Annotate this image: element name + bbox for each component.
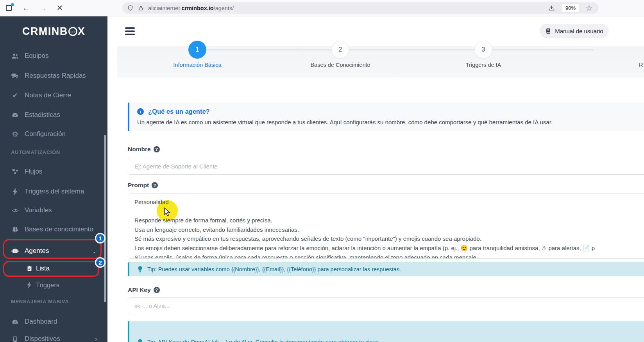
tab-icon[interactable] <box>5 3 15 13</box>
code-icon: </> <box>11 206 19 215</box>
sidebar-item-configuracion[interactable]: ⚙ Configuración <box>0 126 107 142</box>
url-text: aliciainternet.crminbox.io/agents/ <box>148 5 234 11</box>
sidebar-section-automatizacion: AUTOMATIZACIÓN <box>11 149 101 155</box>
zoom-level-badge[interactable]: 90% <box>562 4 579 12</box>
sidebar-item-respuestas-rapidas[interactable]: Respuestas Rapidas <box>0 68 107 84</box>
wizard-step-3-label[interactable]: Triggers de IA <box>436 62 530 68</box>
sidebar-item-dispositivos[interactable]: Dispositivos › <box>0 331 107 342</box>
wizard-connector-line <box>206 49 594 50</box>
manual-de-usuario-button[interactable]: Manual de usuario <box>540 24 608 38</box>
forward-button[interactable]: → <box>38 2 48 13</box>
prompt-text: Personalidad Responde siempre de forma f… <box>134 197 595 259</box>
sidebar-item-label: Equipos <box>25 52 48 60</box>
annotation-badge-2: 2 <box>95 257 106 268</box>
lock-icon <box>138 5 144 11</box>
chevron-right-icon: › <box>95 335 97 342</box>
lightbulb-icon <box>138 339 143 342</box>
api-key-tip-text: Tip: API Keys de OpenAI (sk-...) o de Al… <box>147 339 380 342</box>
wizard-step-3-circle[interactable]: 3 <box>474 41 492 59</box>
nombre-input[interactable] <box>128 158 644 175</box>
info-box-title: ¿Qué es un agente? <box>148 108 210 115</box>
sidebar-item-label: Variables <box>25 206 52 214</box>
bolt-icon <box>26 281 33 288</box>
app-window: ← → ✕ aliciainternet.crminbox.io/agents/… <box>0 0 644 342</box>
sidebar-item-triggers-del-sistema[interactable]: Triggers del sistema <box>0 184 107 199</box>
close-button[interactable]: ✕ <box>54 2 65 13</box>
sidebar-item-label: Configuración <box>25 130 66 138</box>
sidebar-item-label: Triggers <box>36 281 59 289</box>
info-box-body: Un agente de IA es como un asistente vir… <box>137 119 644 125</box>
logo-text-left: CRMINB <box>22 25 68 38</box>
logo-text-right: X <box>78 25 86 38</box>
truck-fast-icon <box>11 72 19 80</box>
gauge-icon <box>11 318 19 326</box>
back-button[interactable]: ← <box>21 2 32 13</box>
sidebar-item-variables[interactable]: </> Variables <box>0 202 107 218</box>
prompt-label: Prompt ? <box>128 181 158 189</box>
bookmark-star-icon[interactable]: ☆ <box>586 4 592 13</box>
tab-square-icon <box>6 5 12 11</box>
chevron-down-icon: ⌄ <box>92 248 97 254</box>
sidebar-item-label: Triggers del sistema <box>25 188 84 195</box>
help-icon[interactable]: ? <box>154 287 160 293</box>
sidebar-item-lista[interactable]: Lista <box>0 260 107 276</box>
sidebar-item-triggers[interactable]: Triggers <box>0 277 107 293</box>
prompt-tip-text: Tip: Puedes usar variables como {{Nombre… <box>147 266 401 272</box>
lightbulb-icon <box>138 266 143 273</box>
download-icon[interactable] <box>548 4 555 12</box>
sidebar-item-label: Bases de conocimiento <box>25 226 93 233</box>
wizard-step-1-label[interactable]: Información Básica <box>150 62 244 68</box>
logo-o-icon <box>68 27 77 36</box>
sidebar-item-bases-de-conocimiento[interactable]: Bases de conocimiento <box>0 222 107 237</box>
api-key-label: API Key ? <box>128 286 160 294</box>
mouse-cursor <box>163 208 172 217</box>
sidebar-item-label: Flujos <box>25 168 42 175</box>
sidebar-item-dashboard[interactable]: Dashboard <box>0 314 107 329</box>
prompt-tip-box: Tip: Puedes usar variables como {{Nombre… <box>128 262 644 276</box>
manual-button-label: Manual de usuario <box>555 28 603 34</box>
robot-icon <box>11 247 19 255</box>
wizard-step-2-circle[interactable]: 2 <box>331 41 349 59</box>
gauge-icon <box>11 111 19 119</box>
help-icon[interactable]: ? <box>152 182 158 188</box>
users-icon <box>11 52 19 60</box>
nombre-label: Nombre ? <box>128 145 160 153</box>
clipboard-icon <box>26 265 33 272</box>
agent-info-box: i ¿Qué es un agente? Un agente de IA es … <box>128 102 644 131</box>
sidebar-item-label: Respuestas Rapidas <box>25 72 86 80</box>
hamburger-menu-icon[interactable] <box>125 27 135 36</box>
phone-icon <box>11 335 19 342</box>
flow-icon <box>11 168 19 176</box>
sidebar-scrollbar[interactable] <box>104 135 106 302</box>
annotation-badge-1: 1 <box>95 233 106 244</box>
gear-icon: ⚙ <box>11 130 19 138</box>
sidebar-item-label: Dispositivos <box>25 335 60 342</box>
check-icon: ✔ <box>11 91 19 100</box>
sidebar-item-label: Lista <box>36 265 50 272</box>
sidebar-item-estadisticas[interactable]: Estadisticas <box>0 107 107 123</box>
sidebar-item-equipos[interactable]: Equipos <box>0 48 107 64</box>
bolt-icon <box>11 188 19 196</box>
help-icon[interactable]: ? <box>154 146 160 152</box>
sidebar-item-label: Agentes <box>25 247 49 255</box>
url-bar[interactable]: aliciainternet.crminbox.io/agents/ 90% ☆ <box>122 2 599 14</box>
sidebar-item-flujos[interactable]: Flujos <box>0 164 107 179</box>
api-key-input[interactable] <box>128 297 644 314</box>
prompt-textarea[interactable]: Personalidad Responde siempre de forma f… <box>128 193 644 259</box>
wizard-step-1-circle[interactable]: 1 <box>188 41 206 59</box>
wizard-step-4-label[interactable]: R <box>639 62 643 68</box>
brain-icon <box>11 226 19 234</box>
main-content: Manual de usuario 1 2 3 Información Bási… <box>107 16 644 342</box>
info-icon: i <box>137 108 144 115</box>
sidebar-item-label: Dashboard <box>25 318 57 326</box>
sidebar-item-notas-de-cierre[interactable]: ✔ Notas de Cierre <box>0 88 107 103</box>
sidebar-item-label: Estadisticas <box>25 111 60 119</box>
shield-icon <box>127 5 134 11</box>
sidebar: CRMINBX Equipos Respuestas Rapidas ✔ Not… <box>0 16 107 342</box>
sidebar-item-agentes[interactable]: Agentes ⌄ <box>0 243 107 259</box>
sidebar-section-mensajeria-masiva: MENSAJERIA MASIVA <box>11 299 101 304</box>
notification-dot-icon <box>11 3 14 6</box>
api-key-tip-box: Tip: API Keys de OpenAI (sk-...) o de Al… <box>128 321 644 342</box>
app-logo: CRMINBX <box>0 21 107 41</box>
wizard-step-2-label[interactable]: Bases de Conocimiento <box>293 62 387 68</box>
